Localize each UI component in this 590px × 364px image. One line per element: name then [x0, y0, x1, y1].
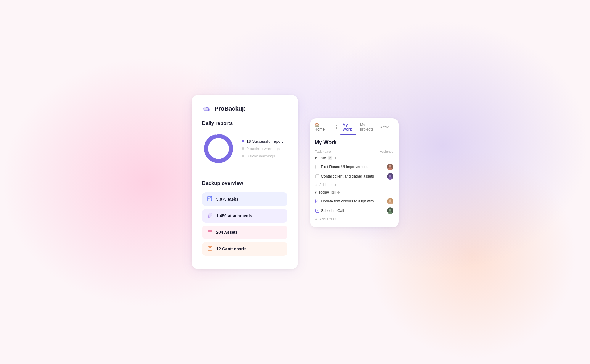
- daily-reports-title: Daily reports: [202, 120, 287, 126]
- dot-purple: [242, 140, 244, 142]
- overview-tasks: 5.873 tasks: [202, 192, 287, 206]
- card-header: ProBackup: [202, 105, 287, 112]
- svg-point-18: [389, 209, 391, 211]
- group-today-count: 2: [331, 191, 335, 194]
- table-row: Contact client and gather assets: [315, 172, 394, 181]
- table-row: Update font colours to align with...: [315, 197, 394, 206]
- group-late-label: Late: [319, 156, 326, 160]
- overview-attachments: 1.459 attachments: [202, 209, 287, 223]
- svg-rect-6: [208, 246, 212, 250]
- legend-successful: 18 Successful report: [242, 139, 283, 144]
- tab-my-projects[interactable]: My projects: [358, 123, 377, 135]
- tasks-value: 5.873 tasks: [216, 197, 239, 202]
- mywork-nav: 🏠 Home ⋮ My Work My projects Activ...: [310, 118, 399, 135]
- overview-gantt: 12 Gantt charts: [202, 242, 287, 256]
- task-left-1: First Round UI Improvements: [315, 165, 387, 169]
- add-task-late[interactable]: + Add a task: [315, 181, 394, 189]
- attachments-icon: [207, 212, 213, 219]
- donut-chart: [202, 132, 235, 165]
- avatar-3: [387, 198, 393, 204]
- avatar-2: [387, 173, 393, 180]
- group-late-count: 2: [328, 156, 332, 160]
- col-task-name: Task name: [315, 150, 331, 153]
- group-today-label: Today: [319, 190, 329, 194]
- nav-divider: [330, 125, 330, 129]
- col-assignee: Assignee: [380, 150, 393, 153]
- table-row: First Round UI Improvements: [315, 162, 394, 172]
- add-task-today[interactable]: + Add a task: [315, 215, 394, 223]
- legend-backup-text: 0 backup warnings: [247, 146, 280, 151]
- mywork-card: 🏠 Home ⋮ My Work My projects Activ... My…: [310, 118, 399, 227]
- avatar-4: [387, 207, 393, 214]
- svg-point-12: [389, 175, 391, 177]
- group-today-chevron[interactable]: ▾: [315, 190, 317, 195]
- tasks-icon: [207, 196, 213, 202]
- tab-activity[interactable]: Activ...: [378, 125, 394, 133]
- task-name-1: First Round UI Improvements: [321, 165, 369, 169]
- group-today-add[interactable]: +: [337, 190, 340, 195]
- table-row: Schedule Call: [315, 206, 394, 215]
- task-checkbox-1[interactable]: [315, 165, 319, 169]
- svg-point-1: [206, 136, 231, 161]
- add-task-label-today: Add a task: [319, 217, 336, 221]
- add-task-label-late: Add a task: [319, 183, 336, 187]
- divider: [202, 173, 287, 173]
- column-headers: Task name Assignee: [315, 150, 394, 153]
- home-nav-item[interactable]: 🏠 Home: [315, 123, 327, 135]
- task-name-2: Contact client and gather assets: [321, 174, 374, 178]
- legend-successful-text: 18 Successful report: [247, 139, 283, 144]
- task-name-4: Schedule Call: [321, 209, 344, 213]
- more-options-button[interactable]: ⋮: [334, 124, 339, 133]
- add-icon-late: +: [315, 183, 318, 187]
- mywork-body: My Work Task name Assignee ▾ Late 2 + Fi…: [310, 135, 399, 227]
- task-left-4: Schedule Call: [315, 209, 387, 213]
- scene: ProBackup Daily reports 18 Successful re…: [192, 95, 399, 269]
- probackup-card: ProBackup Daily reports 18 Successful re…: [192, 95, 298, 269]
- add-icon-today: +: [315, 217, 318, 222]
- group-today: ▾ Today 2 +: [315, 190, 394, 195]
- legend-sync-text: 0 sync warnings: [247, 154, 275, 158]
- group-late-chevron[interactable]: ▾: [315, 156, 317, 160]
- task-checkbox-2[interactable]: [315, 174, 319, 178]
- assets-value: 204 Assets: [216, 230, 238, 235]
- task-left-3: Update font colours to align with...: [315, 199, 387, 203]
- mywork-title: My Work: [315, 139, 394, 146]
- task-checkbox-3[interactable]: [315, 199, 319, 203]
- legend-backup-warnings: 0 backup warnings: [242, 146, 283, 151]
- avatar-1: [387, 164, 393, 170]
- chart-area: 18 Successful report 0 backup warnings 0…: [202, 132, 287, 165]
- task-name-3: Update font colours to align with...: [321, 199, 377, 203]
- gantt-value: 12 Gantt charts: [216, 247, 247, 251]
- assets-icon: [207, 229, 213, 236]
- backup-overview-title: Backup overview: [202, 181, 287, 186]
- svg-point-15: [389, 199, 391, 202]
- group-late-add[interactable]: +: [334, 156, 337, 160]
- tab-my-work[interactable]: My Work: [340, 123, 356, 135]
- legend-sync-warnings: 0 sync warnings: [242, 154, 283, 158]
- chart-legend: 18 Successful report 0 backup warnings 0…: [242, 139, 283, 158]
- cloud-logo-icon: [202, 106, 212, 112]
- svg-point-9: [389, 165, 391, 167]
- dot-gray-1: [242, 147, 244, 150]
- group-late: ▾ Late 2 +: [315, 156, 394, 160]
- task-left-2: Contact client and gather assets: [315, 174, 387, 178]
- task-checkbox-4[interactable]: [315, 209, 319, 213]
- gantt-icon: [207, 246, 213, 252]
- dot-gray-2: [242, 155, 244, 157]
- attachments-value: 1.459 attachments: [216, 213, 252, 218]
- overview-assets: 204 Assets: [202, 226, 287, 239]
- probackup-title: ProBackup: [215, 105, 246, 112]
